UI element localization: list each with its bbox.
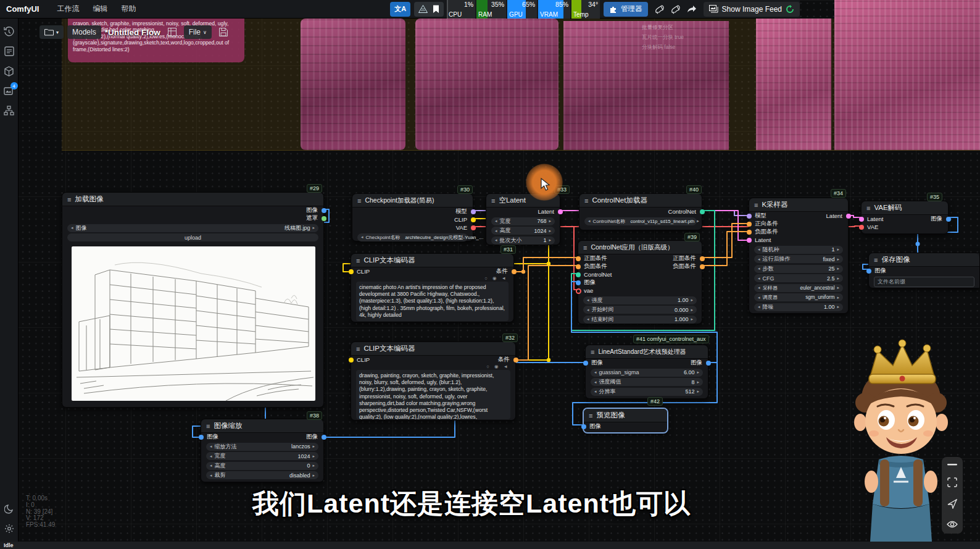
output-port-negative[interactable] [700,264,705,269]
visibility-eye-icon[interactable] [947,521,958,528]
output-port-clip[interactable] [471,217,476,222]
denoise-widget[interactable]: ◂降噪1.00▸ [754,303,843,311]
output-port-model[interactable] [471,209,476,214]
queue-images-icon[interactable]: 4 [0,82,19,100]
output-port-image[interactable] [322,435,326,440]
input-port-positive[interactable] [747,222,752,227]
width-widget[interactable]: ◂宽度768▸ [491,217,555,225]
file-menu-button[interactable]: File ∨ [184,25,212,39]
node-controlnet-loader[interactable]: ≡ControlNet加载器 ControlNet ◂ControlNet名称 … [579,193,702,230]
input-port-clip[interactable] [349,358,354,363]
upscale-method-widget[interactable]: ◂缩放方法lanczos▸ [206,443,318,451]
checkpoint-name-combo[interactable]: ◂Checkpoint名称 architecutre_design元模型-Yua… [357,233,468,241]
node-empty-latent[interactable]: ≡空Latent Latent ◂宽度768▸ ◂高度1024▸ ◂批次大小1▸ [486,193,560,245]
strength-widget[interactable]: ◂强度1.00▸ [583,296,697,304]
end-percent-widget[interactable]: ◂结束时间1.000▸ [583,316,697,324]
resolution-widget[interactable]: ◂分辨率512▸ [591,388,703,396]
input-port-image[interactable] [866,269,871,274]
positive-prompt-textarea[interactable]: cinematic photo An artist's impression o… [356,282,509,321]
filename-prefix-input[interactable]: 文件名前缀 [874,277,974,287]
menu-help[interactable]: 帮助 [121,4,136,14]
image-filename-combo[interactable]: ◂图像 线稿图.jpg▸ [67,224,318,232]
workflow-folder-button[interactable]: ▾ [39,25,64,39]
input-port-vae[interactable] [576,288,581,294]
input-port-image[interactable] [576,280,581,285]
output-port-cond[interactable] [513,358,518,363]
input-port-image[interactable] [583,361,588,366]
output-port-image[interactable] [322,208,326,213]
node-ksampler[interactable]: ≡K采样器 模型Latent 正向条件 负面条件 Latent ◂随机种1▸ ◂… [749,198,849,314]
select-mode-icon[interactable] [947,499,957,509]
input-port-clip[interactable] [349,269,354,274]
node-clip-encode-positive[interactable]: ≡CLIP文本编码器 CLIP条件 ○ ◉ ◄ cinematic photo … [351,253,514,322]
manager-button[interactable]: 管理器 [604,2,648,17]
node-vae-decode[interactable]: ≡VAE解码 Latent图像 VAE [861,201,949,234]
steps-widget[interactable]: ◂步数25▸ [754,265,843,273]
node-clip-encode-negative[interactable]: ≡CLIP文本编码器 CLIP条件 ○ ◉ ◄ drawing, paintin… [351,342,516,421]
translate-button[interactable]: 文A [390,2,410,17]
output-port-latent[interactable] [558,209,563,214]
save-icon[interactable] [215,25,231,40]
input-port-positive[interactable] [576,256,581,261]
textbox-option-icons[interactable]: ○ ◉ ◄ [484,275,508,281]
seed-widget[interactable]: ◂随机种1▸ [754,246,843,254]
history-icon[interactable] [0,22,19,41]
controlnet-name-combo[interactable]: ◂ControlNet名称 control_v11p_sd15_lineart.… [584,217,697,225]
theme-toggle-icon[interactable] [0,500,19,518]
output-port-positive[interactable] [700,256,705,261]
control-after-generate-widget[interactable]: ◂运行后操作fixed▸ [754,255,843,263]
output-port-latent[interactable] [846,214,851,219]
node-menu-icon[interactable]: ≡ [67,196,71,203]
output-port-mask[interactable] [322,216,326,221]
share-icon[interactable] [684,2,700,17]
app-logo[interactable]: ComfyUI [6,4,39,14]
scheduler-widget[interactable]: ◂调度器sgm_uniform▸ [754,293,843,301]
input-port-image[interactable] [581,424,586,429]
node-controlnet-apply[interactable]: ≡ControlNet应用（旧版高级） 正面条件正面条件 负面条件负面条件 Co… [578,240,702,324]
input-port-negative[interactable] [576,264,581,269]
start-percent-widget[interactable]: ◂开始时间0.000▸ [583,306,697,314]
bookmark-icon[interactable] [433,5,439,14]
width-widget[interactable]: ◂宽度1024▸ [206,452,318,460]
models-button[interactable]: Models [67,25,101,39]
output-port-controlnet[interactable] [700,209,705,214]
model-library-icon[interactable] [0,62,19,80]
height-widget[interactable]: ◂高度1024▸ [491,227,555,235]
input-port-image[interactable] [199,435,204,440]
node-checkpoint-loader[interactable]: ≡Checkpoint加载器(简易) 模型 CLIP VAE ◂Checkpoi… [352,193,473,241]
settings-gear-icon[interactable] [0,519,19,538]
horn-icon-right[interactable] [668,2,684,17]
fit-view-icon[interactable] [947,477,957,487]
textbox-option-icons[interactable]: ○ ◉ ◄ [486,364,510,369]
show-image-feed-toggle[interactable]: Show Image Feed [704,2,800,17]
sampler-widget[interactable]: ◂采样器euler_ancestral▸ [754,284,843,292]
node-image-scale[interactable]: ≡图像缩放 图像图像 ◂缩放方法lanczos▸ ◂宽度1024▸ ◂高度0▸ … [201,419,324,482]
intensity-threshold-widget[interactable]: ◂强度阈值8▸ [591,378,703,386]
output-port-vae[interactable] [471,225,476,230]
collapse-icon[interactable] [947,463,957,466]
horn-icon-left[interactable] [652,2,668,17]
input-port-negative[interactable] [747,230,752,235]
batch-size-widget[interactable]: ◂批次大小1▸ [491,237,555,245]
extension-button-group[interactable] [414,2,444,17]
gaussian-sigma-widget[interactable]: ◂guassian_sigma6.00▸ [591,369,703,377]
input-port-model[interactable] [747,214,752,219]
workflows-icon[interactable] [0,101,19,120]
output-port-image[interactable] [946,217,951,222]
input-port-vae[interactable] [859,225,864,230]
refresh-icon[interactable] [786,5,794,14]
output-port-cond[interactable] [512,269,517,274]
node-library-icon[interactable] [0,42,19,61]
input-port-latent[interactable] [747,238,752,243]
cfg-widget[interactable]: ◂CFG2.5▸ [754,274,843,282]
node-load-image[interactable]: ≡ 加载图像 图像 遮罩 ◂图像 线稿图.jpg▸ upload [62,192,324,408]
menu-workflow[interactable]: 工作流 [57,4,79,14]
crop-widget[interactable]: ◂裁剪disabled▸ [206,471,318,479]
workflow-title[interactable]: *Untitled Flow [105,28,160,37]
height-widget[interactable]: ◂高度0▸ [206,462,318,470]
output-port-image[interactable] [706,361,711,366]
upload-button[interactable]: upload [67,233,318,241]
node-save-image[interactable]: ≡保存图像 图像 文件名前缀 [868,253,980,288]
input-port-controlnet[interactable] [576,272,581,277]
node-lineart-preprocessor[interactable]: ≡LineArtStandard艺术线预处理器 图像图像 ◂guassian_s… [585,345,708,399]
